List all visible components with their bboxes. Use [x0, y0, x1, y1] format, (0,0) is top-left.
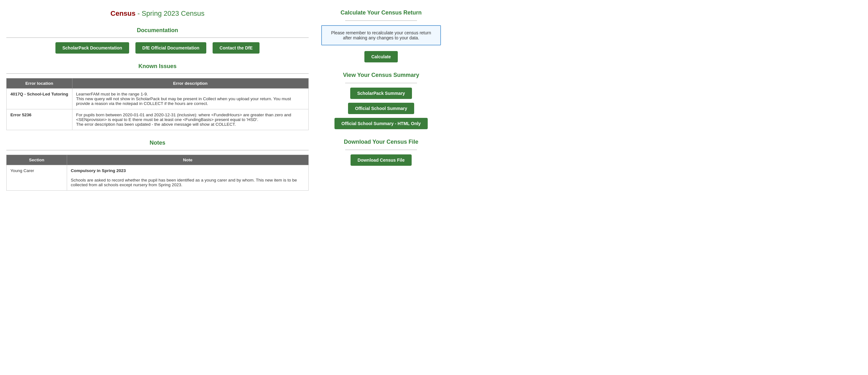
notes-table: Section Note Young Carer Compulsory in S…: [6, 155, 309, 191]
right-panel: Calculate Your Census Return Please reme…: [321, 6, 441, 369]
note-content-1: Compulsory in Spring 2023 Schools are as…: [67, 165, 308, 191]
issue-description-2: For pupils born between 2020-01-01 and 2…: [72, 109, 308, 130]
issues-col-description: Error description: [72, 79, 308, 89]
table-row: Error 5236 For pupils born between 2020-…: [7, 109, 309, 130]
page-title-bold: Census: [111, 9, 135, 17]
contact-dfe-button[interactable]: Contact the DfE: [213, 42, 259, 54]
official-school-summary-button[interactable]: Official School Summary: [348, 103, 414, 114]
official-school-summary-html-button[interactable]: Official School Summary - HTML Only: [335, 118, 428, 129]
note-body-1: Schools are asked to record whether the …: [71, 178, 297, 187]
calculate-heading: Calculate Your Census Return: [321, 9, 441, 16]
download-census-file-button[interactable]: Download Census File: [350, 154, 411, 166]
notes-col-note: Note: [67, 155, 308, 165]
documentation-section: Documentation ScholarPack Documentation …: [6, 27, 309, 54]
page-title: Census - Spring 2023 Census: [6, 9, 309, 18]
view-summary-heading: View Your Census Summary: [321, 72, 441, 79]
download-section: Download Your Census File Download Censu…: [321, 139, 441, 166]
notes-col-section: Section: [7, 155, 67, 165]
issues-col-location: Error location: [7, 79, 72, 89]
scholarpack-summary-button[interactable]: ScholarPack Summary: [350, 88, 412, 99]
documentation-heading: Documentation: [6, 27, 309, 34]
page-title-sub: - Spring 2023 Census: [135, 9, 205, 17]
scholarpack-doc-button[interactable]: ScholarPack Documentation: [56, 42, 129, 54]
left-panel: Census - Spring 2023 Census Documentatio…: [6, 6, 309, 369]
issue-location-2: Error 5236: [7, 109, 72, 130]
table-row: Young Carer Compulsory in Spring 2023 Sc…: [7, 165, 309, 191]
note-heading-1: Compulsory in Spring 2023: [71, 168, 126, 173]
notes-section: Notes Section Note Young Carer Compulsor…: [6, 140, 309, 191]
dfe-official-doc-button[interactable]: DfE Official Documentation: [135, 42, 206, 54]
table-row: 4017Q - School-Led Tutoring LearnerFAM m…: [7, 89, 309, 109]
download-heading: Download Your Census File: [321, 139, 441, 145]
issue-description-1: LearnerFAM must be in the range 1-9.This…: [72, 89, 308, 109]
calculate-info-box: Please remember to recalculate your cens…: [321, 25, 441, 46]
note-section-1: Young Carer: [7, 165, 67, 191]
issue-location-1: 4017Q - School-Led Tutoring: [7, 89, 72, 109]
calculate-section: Calculate Your Census Return Please reme…: [321, 9, 441, 62]
notes-heading: Notes: [6, 140, 309, 146]
calculate-button[interactable]: Calculate: [364, 51, 398, 62]
view-summary-section: View Your Census Summary ScholarPack Sum…: [321, 72, 441, 129]
documentation-buttons: ScholarPack Documentation DfE Official D…: [6, 42, 309, 54]
issues-table: Error location Error description 4017Q -…: [6, 78, 309, 130]
known-issues-heading: Known Issues: [6, 63, 309, 70]
known-issues-section: Known Issues Error location Error descri…: [6, 63, 309, 130]
